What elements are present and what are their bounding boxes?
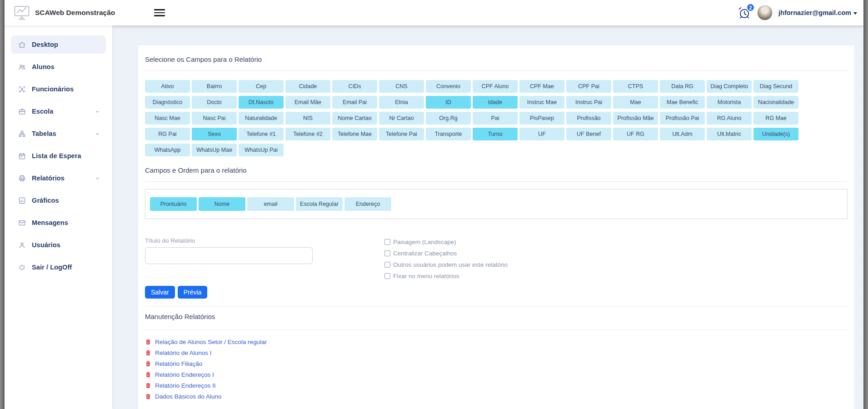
sidebar-item-lista-de-espera[interactable]: Lista de Espera — [11, 147, 106, 165]
field-chip-ctps[interactable]: CTPS — [613, 80, 658, 93]
field-chip-nasc-pai[interactable]: Nasc Pai — [192, 112, 237, 125]
sidebar-item-alunos[interactable]: Alunos — [11, 58, 106, 76]
field-chip-rg-pai[interactable]: RG Pai — [145, 128, 190, 140]
checkbox[interactable] — [384, 273, 390, 279]
field-chip-diag-completo[interactable]: Diag Completo — [707, 80, 752, 93]
field-chip-uf[interactable]: UF — [519, 128, 564, 140]
field-chip-whatsup-pai[interactable]: WhatsUp Pai — [239, 144, 284, 156]
field-chip-naturalidade[interactable]: Naturalidade — [239, 112, 284, 125]
field-chip-ult-adm[interactable]: Ult.Adm — [660, 128, 705, 140]
field-chip-whatsapp[interactable]: WhatsApp — [145, 144, 190, 156]
trash-icon[interactable] — [145, 382, 151, 389]
sidebar-item-funcionarios[interactable]: Funcionários — [11, 80, 106, 98]
field-chip-telefone-mae[interactable]: Telefone Mae — [332, 128, 377, 140]
sidebar-item-desktop[interactable]: Desktop — [11, 35, 106, 54]
order-chip-nome[interactable]: Nome — [199, 197, 245, 211]
sidebar-item-relatorios[interactable]: Relatórios — [11, 169, 106, 187]
field-chip-pispasep[interactable]: PisPasep — [519, 112, 564, 125]
order-chip-endereco[interactable]: Endereço — [344, 197, 391, 211]
save-button[interactable]: Salvar — [145, 286, 175, 299]
field-chip-rg-mae[interactable]: RG Mae — [753, 112, 798, 125]
field-chip-nome-cartao[interactable]: Nome Cartao — [332, 112, 377, 125]
report-link[interactable]: Relação de Alunos Setor / Escola regular — [155, 339, 267, 345]
field-chip-whatsup-mae[interactable]: WhatsUp Mae — [192, 144, 237, 156]
field-chip-instruc-mae[interactable]: Instruc Mae — [519, 96, 564, 109]
trash-icon[interactable] — [145, 360, 151, 367]
field-chip-uf-rg[interactable]: UF RG — [613, 128, 658, 140]
left-scrollbar[interactable] — [0, 0, 5, 409]
report-link[interactable]: Relatório de Alunos I — [155, 349, 212, 356]
field-chip-profissao-pai[interactable]: Profissão Pai — [660, 112, 705, 125]
trash-icon[interactable] — [145, 371, 151, 378]
field-chip-ult-matric[interactable]: Ult.Matric — [707, 128, 752, 140]
field-chip-motorista[interactable]: Motorista — [707, 96, 752, 109]
sidebar-item-usuarios[interactable]: Usuários — [11, 236, 106, 254]
field-chip-idade[interactable]: Idade — [473, 96, 518, 109]
user-menu[interactable]: jhfornazier@gmail.com — [778, 9, 857, 16]
hamburger-menu-icon[interactable] — [152, 7, 167, 18]
field-chip-unidade-s[interactable]: Unidade(s) — [753, 128, 798, 140]
report-link[interactable]: Relatório Endereços I — [155, 371, 214, 378]
sidebar-item-mensagens[interactable]: Mensagens — [11, 214, 106, 232]
field-chip-turno[interactable]: Turno — [473, 128, 518, 140]
field-chip-nasc-mae[interactable]: Nasc Mae — [145, 112, 190, 125]
sidebar-item-graficos[interactable]: Gráficos — [11, 191, 106, 209]
order-chip-escola-regular[interactable]: Escola Regular — [296, 197, 343, 211]
field-chip-profissao[interactable]: Profissão — [566, 112, 611, 125]
field-chip-cpf-pai[interactable]: CPF Pai — [566, 80, 611, 93]
field-chip-docto[interactable]: Docto — [192, 96, 237, 109]
field-chip-dt-nascto[interactable]: Dt.Nascto — [239, 96, 284, 109]
field-chip-diagnostico[interactable]: Diagnóstico — [145, 96, 190, 109]
field-chip-profissao-mae[interactable]: Profissão Mãe — [613, 112, 658, 125]
field-chip-nis[interactable]: NIS — [285, 112, 330, 125]
field-chip-bairro[interactable]: Bairro — [192, 80, 237, 93]
field-chip-cep[interactable]: Cep — [239, 80, 284, 93]
report-link[interactable]: Relatório Endereços II — [155, 382, 216, 389]
field-chip-data-rg[interactable]: Data RG — [660, 80, 705, 93]
sidebar-item-tabelas[interactable]: Tabelas — [11, 125, 106, 143]
user-avatar[interactable] — [757, 5, 773, 20]
field-chip-mae-benefic[interactable]: Mae Benefic — [660, 96, 705, 109]
alarm-notifications-icon[interactable]: 2 — [738, 6, 751, 20]
field-chip-nr-cartao[interactable]: Nr Cartao — [379, 112, 424, 125]
trash-icon[interactable] — [145, 339, 151, 345]
field-chip-mae[interactable]: Mae — [613, 96, 658, 109]
field-chip-cpf-mae[interactable]: CPF Mae — [519, 80, 564, 93]
field-chip-telefone-1[interactable]: Telefone #1 — [239, 128, 284, 140]
option-fixar-no-menu-relatorios[interactable]: Fixar no menu relatórios — [384, 273, 508, 279]
field-chip-uf-benef[interactable]: UF Benef — [566, 128, 611, 140]
field-chip-instruc-pai[interactable]: Instruc Pai — [566, 96, 611, 109]
field-chip-convenio[interactable]: Convenio — [426, 80, 471, 93]
report-title-input[interactable] — [145, 247, 313, 264]
trash-icon[interactable] — [145, 393, 151, 400]
field-chip-email-mae[interactable]: Email Mãe — [285, 96, 330, 109]
sidebar-item-sair-logoff[interactable]: Sair / LogOff — [11, 258, 106, 276]
field-chip-telefone-2[interactable]: Telefone #2 — [285, 128, 330, 140]
field-chip-transporte[interactable]: Transporte — [426, 128, 471, 140]
field-chip-email-pai[interactable]: Email Pai — [332, 96, 377, 109]
option-paisagem-landscape[interactable]: Paisagem (Landscape) — [384, 239, 508, 245]
field-chip-rg-aluno[interactable]: RG Aluno — [707, 112, 752, 125]
field-chip-pai[interactable]: Pai — [473, 112, 518, 125]
option-outros-usuarios-podem-usar-este-relatorio[interactable]: Outros usuários podem usar este relatóri… — [384, 261, 508, 268]
field-chip-etnia[interactable]: Etnia — [379, 96, 424, 109]
option-centralizar-cabecalhos[interactable]: Centralizar Cabeçalhos — [384, 250, 508, 257]
field-chip-sexo[interactable]: Sexo — [192, 128, 237, 140]
report-link[interactable]: Relatório Filiação — [155, 360, 202, 367]
field-chip-id[interactable]: ID — [426, 96, 471, 109]
field-chip-cidade[interactable]: Cidade — [285, 80, 330, 93]
checkbox[interactable] — [384, 239, 390, 245]
trash-icon[interactable] — [145, 349, 151, 356]
field-chip-telefone-pai[interactable]: Telefone Pai — [379, 128, 424, 140]
order-chip-prontuario[interactable]: Prontuário — [150, 197, 197, 211]
field-chip-cids[interactable]: CIDs — [332, 80, 377, 93]
field-chip-diag-secund[interactable]: Diag Secund — [753, 80, 798, 93]
right-scrollbar[interactable] — [863, 0, 868, 409]
sidebar-item-escola[interactable]: Escola — [11, 102, 106, 120]
field-chip-org-rg[interactable]: Org.Rg — [426, 112, 471, 125]
field-chip-cpf-aluno[interactable]: CPF Aluno — [473, 80, 518, 93]
order-chip-email[interactable]: email — [247, 197, 294, 211]
field-chip-nacionalidade[interactable]: Nacionalidade — [753, 96, 798, 109]
field-chip-ativo[interactable]: Ativo — [145, 80, 190, 93]
preview-button[interactable]: Prévia — [178, 286, 208, 299]
